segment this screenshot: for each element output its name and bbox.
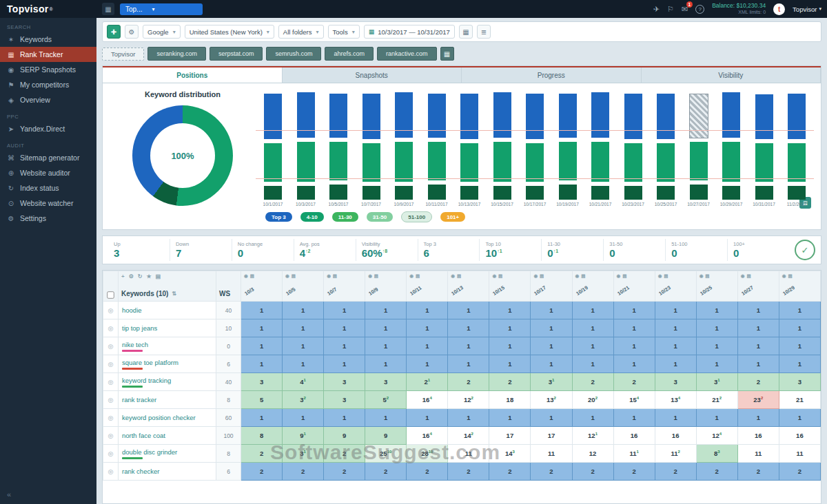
snapshot-icon[interactable]: ◉: [492, 273, 496, 279]
competitor-button-ahrefs-com[interactable]: ahrefs.com: [325, 47, 374, 61]
avatar[interactable]: t: [773, 3, 785, 15]
summary-card-no-change[interactable]: No change0: [232, 239, 294, 261]
snapshot-icon[interactable]: ◉: [327, 273, 331, 279]
chart-icon[interactable]: ▤: [788, 273, 792, 279]
date-column-header-10-3[interactable]: ◉▤10/3: [241, 271, 283, 302]
date-column-header-10-9[interactable]: ◉▤10/9: [365, 271, 407, 302]
chart-icon[interactable]: ▤: [622, 273, 626, 279]
chart-icon[interactable]: ▤: [540, 273, 544, 279]
chart-icon[interactable]: ▤: [333, 273, 337, 279]
date-column-header-10-15[interactable]: ◉▤10/15: [489, 271, 531, 302]
chart-icon[interactable]: ▤: [705, 273, 709, 279]
project-selector[interactable]: Top... ▾: [120, 3, 203, 15]
sidebar-collapse-button[interactable]: «: [0, 485, 96, 504]
eco-badge-icon[interactable]: ✓: [795, 240, 815, 260]
snapshot-icon[interactable]: ◉: [617, 273, 621, 279]
date-column-header-10-19[interactable]: ◉▤10/19: [572, 271, 613, 302]
summary-card-down[interactable]: Down7: [170, 239, 232, 261]
summary-card-100[interactable]: 100+0: [727, 239, 789, 261]
date-column-header-10-29[interactable]: ◉▤10/29: [779, 271, 820, 302]
snapshot-icon[interactable]: ◉: [451, 273, 455, 279]
keyword-link[interactable]: rank checker: [122, 468, 159, 475]
tab-positions[interactable]: Positions: [103, 67, 283, 83]
summary-card-31-50[interactable]: 31-500: [603, 239, 665, 261]
date-column-header-10-5[interactable]: ◉▤10/5: [283, 271, 324, 302]
sidebar-item-my-competitors[interactable]: ⚑My competitors: [0, 77, 96, 92]
tab-progress[interactable]: Progress: [462, 67, 642, 83]
chart-icon[interactable]: ▤: [746, 273, 751, 279]
sidebar-item-yandex-direct[interactable]: ➤Yandex.Direct: [0, 121, 96, 136]
competitor-button-serpstat-com[interactable]: serpstat.com: [210, 47, 263, 61]
snapshot-icon[interactable]: ◉: [700, 273, 704, 279]
help-icon[interactable]: ?: [695, 5, 704, 14]
sidebar-item-keywords[interactable]: ✶Keywords: [0, 32, 96, 47]
competitor-button-seranking-com[interactable]: seranking.com: [147, 47, 206, 61]
row-target-icon[interactable]: ◎: [103, 445, 119, 463]
summary-card-up[interactable]: Up3: [108, 239, 170, 261]
date-column-header-10-23[interactable]: ◉▤10/23: [655, 271, 696, 302]
summary-card-51-100[interactable]: 51-1000: [665, 239, 727, 261]
keyword-link[interactable]: keyword position checker: [122, 414, 196, 421]
sort-icon[interactable]: ⇅: [172, 291, 176, 297]
row-target-icon[interactable]: ◎: [103, 355, 119, 373]
row-target-icon[interactable]: ◎: [103, 463, 119, 481]
user-menu[interactable]: Topvisor▾: [793, 6, 821, 13]
keyword-link[interactable]: hoodie: [122, 306, 142, 314]
list-mode-icon[interactable]: ≣: [477, 25, 491, 39]
date-column-header-10-17[interactable]: ◉▤10/17: [531, 271, 572, 302]
date-column-header-10-21[interactable]: ◉▤10/21: [613, 271, 655, 302]
chart-icon[interactable]: ▤: [664, 273, 668, 279]
snapshot-icon[interactable]: ◉: [244, 273, 248, 279]
legend-item-top-3[interactable]: Top 3: [265, 212, 292, 222]
snapshot-icon[interactable]: ◉: [575, 273, 580, 279]
keyword-link[interactable]: rank tracker: [122, 396, 156, 403]
snapshot-icon[interactable]: ◉: [285, 273, 289, 279]
keyword-link[interactable]: keyword tracking: [122, 377, 171, 384]
star-icon[interactable]: ★: [147, 273, 152, 280]
summary-card-visibility[interactable]: Visibility60%↑8: [356, 239, 418, 261]
competitor-tab-active[interactable]: Topvisor: [102, 48, 144, 61]
frequency-header[interactable]: WS: [216, 271, 241, 302]
row-target-icon[interactable]: ◎: [103, 302, 119, 319]
sidebar-item-overview[interactable]: ◈Overview: [0, 92, 96, 107]
row-target-icon[interactable]: ◎: [103, 319, 119, 337]
competitor-button-rankactive-com[interactable]: rankactive.com: [377, 47, 437, 61]
row-target-icon[interactable]: ◎: [103, 427, 119, 445]
region-select[interactable]: United States (New York)▾: [185, 25, 274, 39]
legend-item-4-10[interactable]: 4-10: [300, 212, 324, 222]
snapshot-icon[interactable]: ◉: [658, 273, 662, 279]
date-column-header-10-27[interactable]: ◉▤10/27: [737, 271, 779, 302]
sidebar-item-website-watcher[interactable]: ⊙Website watcher: [0, 196, 96, 211]
sidebar-item-index-status[interactable]: ↻Index status: [0, 180, 96, 196]
chart-icon[interactable]: ▤: [581, 273, 585, 279]
legend-item-101[interactable]: 101+: [440, 212, 465, 222]
add-competitor-button[interactable]: ▦: [440, 47, 454, 61]
keyword-link[interactable]: double disc grinder: [122, 448, 177, 456]
sidebar-item-website-auditor[interactable]: ⊕Website auditor: [0, 165, 96, 180]
refresh-icon[interactable]: ↻: [138, 273, 143, 280]
tab-snapshots[interactable]: Snapshots: [283, 67, 462, 83]
settings-icon[interactable]: ⚙: [125, 25, 139, 39]
sidebar-item-rank-tracker[interactable]: ▦Rank Tracker: [0, 47, 96, 62]
chart-icon[interactable]: ▤: [457, 273, 461, 279]
date-range-picker[interactable]: ▦ 10/3/2017 — 10/31/2017: [364, 25, 455, 39]
tools-select[interactable]: Tools▾: [328, 25, 360, 39]
apps-grid-icon[interactable]: ▦: [102, 3, 114, 15]
legend-item-11-30[interactable]: 11-30: [332, 212, 358, 222]
keywords-header[interactable]: +⚙↻★▤Keywords (10)⇅: [119, 271, 216, 302]
chart-icon[interactable]: ▤: [250, 273, 254, 279]
legend-item-31-50[interactable]: 31-50: [367, 212, 393, 222]
chart-icon[interactable]: ▤: [374, 273, 378, 279]
app-logo[interactable]: Topvisor®: [0, 0, 96, 18]
row-target-icon[interactable]: ◎: [103, 409, 119, 427]
snapshot-icon[interactable]: ◉: [533, 273, 538, 279]
keyword-link[interactable]: square toe platform: [122, 359, 178, 366]
row-target-icon[interactable]: ◎: [103, 391, 119, 409]
settings-icon[interactable]: ⚙: [129, 273, 134, 280]
project-favicon-icon[interactable]: ✚: [107, 25, 121, 39]
date-column-header-10-7[interactable]: ◉▤10/7: [324, 271, 365, 302]
date-column-header-10-13[interactable]: ◉▤10/13: [448, 271, 489, 302]
mail-icon[interactable]: ✉1: [682, 5, 688, 14]
search-engine-select[interactable]: Google▾: [143, 25, 181, 39]
summary-card-top-3[interactable]: Top 36: [418, 239, 480, 261]
